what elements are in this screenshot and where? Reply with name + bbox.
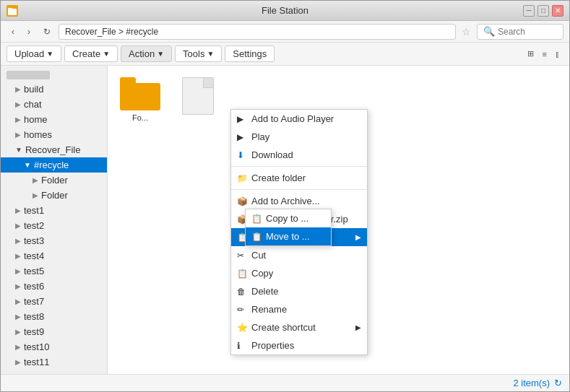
ctx-add-archive[interactable]: 📦 Add to Archive... <box>231 192 367 210</box>
file-icon-item[interactable] <box>173 73 223 126</box>
sidebar-item-test6[interactable]: ▶test6 <box>1 279 107 294</box>
ctx-rename[interactable]: ✏ Rename <box>231 300 367 318</box>
sidebar-expand-icon: ▶ <box>33 176 38 184</box>
ctx-add-audio[interactable]: ▶ Add to Audio Player <box>231 110 367 128</box>
ctx-copy-label: Copy <box>251 268 273 279</box>
list-view-button[interactable]: ≡ <box>539 47 550 61</box>
view-controls: ⊞ ≡ ⫿ <box>524 47 563 61</box>
add-archive-icon: 📦 <box>237 196 248 206</box>
sub-copy-to[interactable]: 📋 Copy to ... <box>246 209 331 227</box>
sidebar-item-test9[interactable]: ▶test9 <box>1 324 107 339</box>
sidebar-item-test2[interactable]: ▶test2 <box>1 218 107 233</box>
sidebar-item-homes[interactable]: ▶ homes <box>1 127 107 142</box>
sidebar-item-test5[interactable]: ▶test5 <box>1 263 107 279</box>
sidebar-item-label: homes <box>24 129 52 140</box>
nav-bar: ‹ › ↻ ☆ 🔍 <box>1 21 569 43</box>
window-title: File Station <box>262 5 308 16</box>
ctx-download[interactable]: ⬇ Download <box>231 146 367 164</box>
folder-icon-item[interactable]: Fo... <box>115 73 165 126</box>
sidebar-item-test8[interactable]: ▶test8 <box>1 309 107 324</box>
ctx-sep2 <box>231 189 367 190</box>
title-bar-left <box>7 5 18 17</box>
sidebar-item-chat[interactable]: ▶ chat <box>1 97 107 112</box>
search-box: 🔍 <box>477 24 563 40</box>
status-refresh-icon[interactable]: ↻ <box>554 378 562 388</box>
sidebar-item-folder2[interactable]: ▶ Folder <box>1 188 107 203</box>
sidebar-item-test3[interactable]: ▶test3 <box>1 233 107 248</box>
sidebar-item-label: test8 <box>24 311 44 322</box>
sidebar-item-folder1[interactable]: ▶ Folder <box>1 173 107 188</box>
sidebar-item-recycle[interactable]: ▼ #recycle <box>1 157 107 173</box>
ctx-cut-label: Cut <box>251 250 266 261</box>
create-button[interactable]: Create ▼ <box>64 45 118 62</box>
status-right: 2 item(s) ↻ <box>513 378 562 388</box>
ctx-shortcut-arrow: ▶ <box>355 323 361 331</box>
sidebar-expand-icon: ▶ <box>15 358 21 366</box>
sidebar-item-label: Folder <box>41 175 68 186</box>
sidebar-item-recover-file[interactable]: ▼ Recover_File <box>1 142 107 157</box>
ctx-create-shortcut-label: Create shortcut <box>251 322 316 333</box>
ctx-copy[interactable]: 📋 Copy <box>231 264 367 282</box>
sidebar-expand-icon: ▶ <box>15 343 21 351</box>
sidebar-expand-icon: ▶ <box>15 206 21 214</box>
copy-to-icon: 📋 <box>251 214 262 224</box>
back-button[interactable]: ‹ <box>7 25 20 39</box>
forward-button[interactable]: › <box>22 25 35 39</box>
action-label: Action <box>129 48 155 59</box>
tools-button[interactable]: Tools ▼ <box>175 45 222 62</box>
title-bar: File Station ─ □ ✕ <box>1 1 569 21</box>
close-button[interactable]: ✕ <box>552 5 563 17</box>
ctx-rename-label: Rename <box>251 304 287 315</box>
sidebar-item-test1[interactable]: ▶test1 <box>1 203 107 218</box>
columns-view-button[interactable]: ⫿ <box>552 47 563 61</box>
refresh-button[interactable]: ↻ <box>38 25 56 39</box>
sidebar-item-label: test11 <box>24 357 49 367</box>
search-input[interactable] <box>498 27 556 37</box>
sidebar-item-label: test1 <box>24 205 44 216</box>
grid-view-button[interactable]: ⊞ <box>524 47 537 61</box>
maximize-button[interactable]: □ <box>537 5 549 17</box>
sidebar-expand-icon: ▶ <box>15 131 21 139</box>
sidebar-item-label: test7 <box>24 296 44 307</box>
ctx-download-label: Download <box>251 149 293 160</box>
tools-label: Tools <box>183 48 204 59</box>
create-shortcut-icon: ⭐ <box>237 323 248 333</box>
cut-icon: ✂ <box>237 251 244 261</box>
create-dropdown-icon: ▼ <box>103 50 110 58</box>
upload-dropdown-icon: ▼ <box>46 50 53 58</box>
action-button[interactable]: Action ▼ <box>121 45 172 62</box>
main-window: File Station ─ □ ✕ ‹ › ↻ ☆ 🔍 Upload ▼ Cr… <box>0 0 570 392</box>
sidebar-item-home[interactable]: ▶ home <box>1 112 107 127</box>
sidebar-item-test7[interactable]: ▶test7 <box>1 294 107 309</box>
sidebar-item-test10[interactable]: ▶test10 <box>1 339 107 354</box>
settings-button[interactable]: Settings <box>225 45 275 62</box>
sidebar-item-test4[interactable]: ▶test4 <box>1 248 107 263</box>
sidebar-item-test11[interactable]: ▶test11 <box>1 354 107 370</box>
ctx-cut[interactable]: ✂ Cut <box>231 246 367 264</box>
toolbar: Upload ▼ Create ▼ Action ▼ Tools ▼ Setti… <box>1 43 569 66</box>
sidebar-expand-icon: ▶ <box>15 85 21 93</box>
search-icon: 🔍 <box>483 26 495 37</box>
upload-button[interactable]: Upload ▼ <box>7 45 61 62</box>
sidebar-item-build[interactable]: ▶ build <box>1 82 107 97</box>
address-bar[interactable] <box>59 24 456 40</box>
ctx-properties[interactable]: ℹ Properties <box>231 336 367 354</box>
create-folder-icon: 📁 <box>237 173 248 183</box>
favorite-button[interactable]: ☆ <box>459 26 474 38</box>
sidebar-item-label: chat <box>24 99 42 110</box>
rename-icon: ✏ <box>237 305 244 315</box>
sidebar-expand-icon: ▶ <box>15 116 21 123</box>
ctx-sep1 <box>231 166 367 167</box>
ctx-create-folder[interactable]: 📁 Create folder <box>231 169 367 187</box>
ctx-create-shortcut[interactable]: ⭐ Create shortcut ▶ <box>231 318 367 336</box>
sidebar-item-label: test5 <box>24 266 44 276</box>
sidebar-item-label: Folder <box>41 190 68 201</box>
sub-copy-to-label: Copy to ... <box>266 213 308 224</box>
sidebar-expand-icon: ▼ <box>15 146 22 154</box>
minimize-button[interactable]: ─ <box>523 5 535 17</box>
ctx-delete[interactable]: 🗑 Delete <box>231 282 367 300</box>
sub-move-to[interactable]: 📋 Move to ... <box>246 227 331 245</box>
ctx-properties-label: Properties <box>251 340 294 351</box>
ctx-play[interactable]: ▶ Play <box>231 128 367 146</box>
sub-move-to-label: Move to ... <box>266 231 310 242</box>
